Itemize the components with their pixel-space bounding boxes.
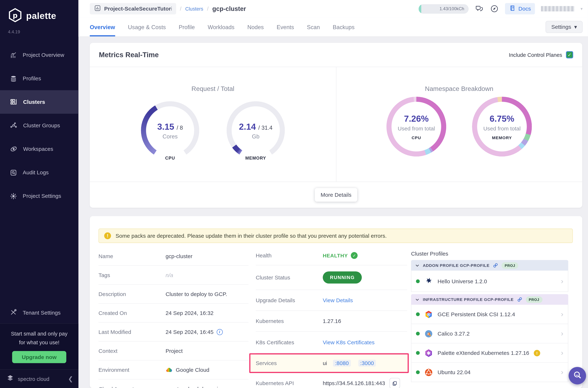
- gauge-label: CPU: [141, 156, 199, 160]
- gauge-cpu: 3.15 / 8CoresCPU: [141, 101, 199, 160]
- sidebar-footer: spectro cloud ❮: [0, 369, 78, 388]
- chat-icon[interactable]: [475, 4, 484, 13]
- sidebar-item-tenant-settings[interactable]: Tenant Settings: [0, 302, 78, 323]
- sidebar-item-project-settings[interactable]: Project Settings: [0, 184, 78, 208]
- sidebar-item-audit-logs[interactable]: Audit Logs: [0, 161, 78, 184]
- tab-nodes[interactable]: Nodes: [248, 18, 264, 36]
- gear-icon: [10, 192, 17, 200]
- breadcrumb-current: gcp-cluster: [212, 5, 246, 12]
- profile-pack-row[interactable]: GCE Persistent Disk CSI 1.12.4›: [411, 305, 568, 324]
- service-port-link[interactable]: :8080: [333, 360, 351, 366]
- chevron-right-icon: ›: [561, 277, 563, 285]
- sidebar-item-clusters[interactable]: Clusters: [0, 90, 78, 114]
- detail-value: 24 Sep 2024, 16:45i: [165, 329, 223, 335]
- sidebar-item-label: Audit Logs: [23, 170, 49, 175]
- sidebar-item-cluster-groups[interactable]: Cluster Groups: [0, 114, 78, 137]
- sidebar: p palette 4.4.19 Project OverviewProfile…: [0, 0, 78, 388]
- profile-pack-row[interactable]: Ubuntu 22.04›: [411, 363, 568, 382]
- chevron-down-icon: [415, 263, 419, 267]
- promo-line1: Start small and only pay: [3, 330, 75, 338]
- upgrade-now-button[interactable]: Upgrade now: [12, 351, 67, 363]
- namespace-breakdown-chart: Namespace Breakdown 7.26%Used from total…: [336, 67, 582, 181]
- breadcrumb-project: Project-ScaleSecureTutorial: [104, 6, 172, 12]
- help-search-fab[interactable]: [569, 367, 586, 384]
- tab-profile[interactable]: Profile: [179, 18, 195, 36]
- chevron-right-icon: ›: [561, 368, 563, 377]
- sidebar-item-workspaces[interactable]: Workspaces: [0, 137, 78, 161]
- gauge-unit: Gb: [252, 133, 260, 139]
- cluster-info-card: ! Some packs are deprecated. Please upda…: [90, 216, 582, 388]
- detail-value: View K8s Certificates: [323, 339, 375, 345]
- tab-usage-costs[interactable]: Usage & Costs: [128, 18, 166, 36]
- pack-warning-icon: !: [534, 350, 540, 356]
- profile-group-header[interactable]: INFRASTRUCTURE PROFILE GCP-PROFILEPROJ: [411, 294, 568, 305]
- project-selector[interactable]: Project-ScaleSecureTutorial: [90, 3, 176, 14]
- tab-backups[interactable]: Backups: [333, 18, 355, 36]
- tab-scan[interactable]: Scan: [307, 18, 320, 36]
- promo-line2: for what you use!: [3, 338, 75, 346]
- tab-workloads[interactable]: Workloads: [208, 18, 234, 36]
- pack-name: Palette eXtended Kubernetes 1.27.16: [438, 350, 529, 356]
- docs-button[interactable]: Docs: [505, 3, 535, 14]
- detail-row-cloud-account: Cloud Accountspectro-cloud-dynamic: [98, 379, 249, 388]
- chevron-right-icon: ›: [561, 310, 563, 318]
- api-endpoint: https://34.54.126.181:443: [323, 380, 385, 386]
- gauge-memory: 2.14 / 31.4GbMEMORY: [226, 101, 285, 160]
- scope-badge: PROJ: [502, 262, 518, 268]
- compass-icon[interactable]: [490, 4, 499, 13]
- include-control-planes-checkbox[interactable]: ✓: [566, 51, 573, 58]
- app-name: palette: [26, 11, 56, 21]
- main-area: Project-ScaleSecureTutorial / Clusters /…: [78, 0, 588, 388]
- layers-icon: [10, 75, 17, 82]
- more-details-button[interactable]: More Details: [315, 188, 357, 202]
- donut-caption: Used from total: [398, 125, 435, 131]
- svg-text:p: p: [13, 11, 18, 20]
- status-dot: [416, 332, 420, 336]
- brand-name: spectro cloud: [18, 376, 65, 382]
- detail-value: Cluster to deploy to GCP.: [165, 291, 227, 297]
- detail-value: Project: [165, 348, 182, 354]
- page: p palette 4.4.19 Project OverviewProfile…: [0, 0, 588, 388]
- profile-pack-row[interactable]: Hello Universe 1.2.0›: [411, 271, 568, 292]
- tab-events[interactable]: Events: [277, 18, 294, 36]
- detail-row-kubernetes-api: Kubernetes APIhttps://34.54.126.181:443: [256, 373, 407, 388]
- detail-row-created-on: Created On24 Sep 2024, 16:32: [98, 304, 249, 323]
- detail-link[interactable]: View K8s Certificates: [323, 339, 375, 345]
- settings-button[interactable]: Settings▾: [545, 21, 583, 33]
- tab-overview[interactable]: Overview: [90, 18, 115, 36]
- chevron-right-icon: ›: [561, 349, 563, 357]
- sidebar-item-profiles[interactable]: Profiles: [0, 67, 78, 90]
- profile-pack-row[interactable]: Palette eXtended Kubernetes 1.27.16!›: [411, 343, 568, 363]
- sidebar-collapse-icon[interactable]: ❮: [68, 375, 73, 383]
- breadcrumb-clusters-link[interactable]: Clusters: [185, 6, 203, 11]
- detail-link[interactable]: View Details: [323, 297, 353, 303]
- user-menu-caret-icon[interactable]: ▾: [581, 6, 583, 11]
- detail-label: Created On: [98, 310, 165, 316]
- chevron-down-icon: [415, 297, 419, 302]
- sidebar-item-project-overview[interactable]: Project Overview: [0, 43, 78, 67]
- gce-disk-icon: [424, 310, 433, 319]
- request-total-chart: Request / Total 3.15 / 8CoresCPU2.14 / 3…: [90, 67, 336, 181]
- detail-label: Environment: [98, 367, 165, 373]
- status-dot: [416, 351, 420, 355]
- copy-button[interactable]: [390, 378, 400, 388]
- info-icon[interactable]: i: [216, 329, 223, 335]
- chart-title: Request / Total: [90, 85, 336, 93]
- donut-cpu: 7.26%Used from totalCPU: [386, 97, 446, 157]
- detail-value: RUNNING: [323, 271, 362, 284]
- service-name: ui: [323, 360, 327, 366]
- donut-label: MEMORY: [492, 135, 512, 140]
- detail-row-description: DescriptionCluster to deploy to GCP.: [98, 285, 249, 304]
- detail-row-services: Servicesui:8080:3000: [249, 353, 409, 373]
- audit-icon: [10, 169, 17, 176]
- usage-meter: 1.43/100kCh: [419, 4, 469, 13]
- detail-label: Context: [98, 348, 165, 354]
- profile-pack-row[interactable]: Calico 3.27.2›: [411, 324, 568, 343]
- user-name-redacted[interactable]: [541, 6, 575, 11]
- service-port-link[interactable]: :3000: [358, 360, 376, 366]
- detail-label: Health: [256, 252, 323, 259]
- profile-group-header[interactable]: ADDON PROFILE GCP-PROFILEPROJ: [411, 260, 568, 271]
- project-icon: [94, 5, 101, 13]
- sidebar-item-label: Clusters: [23, 99, 45, 105]
- servers-icon: [10, 98, 18, 106]
